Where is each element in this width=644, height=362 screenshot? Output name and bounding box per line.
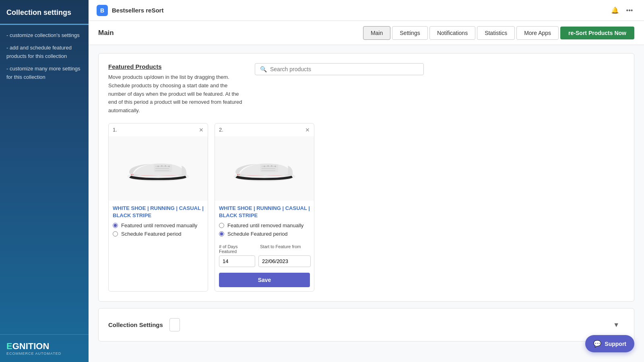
product-card-1-header: 1. ✕	[109, 123, 208, 136]
save-button[interactable]: Save	[219, 273, 310, 287]
sidebar-item-1: - customize collection's settings	[6, 31, 82, 40]
product-card-2-header: 2. ✕	[215, 123, 314, 136]
product-2-radio-1-input[interactable]	[219, 223, 224, 228]
collection-settings-row: Collection Settings ▼	[108, 318, 624, 331]
featured-description-block: Featured Products Move products up/down …	[108, 63, 245, 115]
product-1-radio-1[interactable]: Featured until removed manually	[113, 222, 204, 228]
product-2-image	[215, 136, 314, 201]
tab-main[interactable]: Main	[363, 26, 390, 40]
sidebar-content: - customize collection's settings - add …	[0, 31, 89, 334]
topbar-actions: 🔔 •••	[609, 4, 636, 17]
tab-notifications[interactable]: Notifications	[429, 26, 475, 40]
tab-settings[interactable]: Settings	[392, 26, 428, 40]
schedule-fields-labels: # of Days Featured Start to Feature from	[219, 244, 310, 254]
collection-settings-card: Collection Settings ▼	[98, 308, 634, 341]
tab-statistics[interactable]: Statistics	[477, 26, 515, 40]
support-button[interactable]: 💬 Support	[585, 335, 634, 352]
svg-point-14	[264, 166, 265, 167]
sidebar-item-2: - add and schedule featured products for…	[6, 44, 82, 61]
select-wrapper: ▼	[169, 318, 624, 331]
featured-description: Move products up/down in the list by dra…	[108, 73, 245, 115]
product-card-2: 2. ✕	[215, 123, 314, 292]
collection-select[interactable]	[169, 318, 180, 331]
svg-point-8	[168, 166, 170, 167]
product-1-radio-2-input[interactable]	[113, 231, 118, 237]
page-title: Main	[98, 29, 114, 37]
collection-settings-label: Collection Settings	[108, 321, 163, 328]
support-icon: 💬	[593, 340, 601, 348]
svg-point-5	[157, 166, 159, 167]
svg-point-6	[161, 165, 163, 167]
svg-point-17	[275, 166, 276, 167]
product-card-1: 1. ✕	[108, 123, 208, 292]
product-2-radio-2[interactable]: Schedule Featured period	[219, 231, 310, 237]
product-1-number: 1.	[113, 127, 117, 133]
bell-button[interactable]: 🔔	[609, 4, 621, 17]
svg-point-16	[271, 165, 272, 167]
search-box[interactable]: 🔍	[255, 63, 424, 75]
date-input[interactable]	[258, 255, 311, 267]
featured-title: Featured Products	[108, 63, 245, 70]
product-2-radio-2-input[interactable]	[219, 231, 224, 237]
app-icon: B	[97, 5, 108, 16]
date-label: Start to Feature from	[260, 244, 301, 254]
svg-point-7	[165, 165, 166, 167]
shoe-2-svg	[228, 148, 301, 189]
product-1-radio-1-input[interactable]	[113, 223, 118, 228]
main-area: B Bestsellers reSort 🔔 ••• Main Main Set…	[89, 0, 644, 362]
product-2-schedule-fields: # of Days Featured Start to Feature from	[215, 243, 314, 271]
featured-products-card: Featured Products Move products up/down …	[98, 53, 634, 302]
featured-header: Featured Products Move products up/down …	[108, 63, 624, 115]
logo-sub: ECOMMERCE AUTOMATED	[6, 352, 82, 356]
logo-text: EGNITION	[6, 341, 82, 352]
product-1-close-button[interactable]: ✕	[199, 127, 204, 133]
sidebar: Collection settings - customize collecti…	[0, 0, 89, 362]
resort-products-button[interactable]: re-Sort Products Now	[560, 27, 634, 39]
sidebar-footer: EGNITION ECOMMERCE AUTOMATED	[0, 334, 89, 362]
support-label: Support	[605, 341, 626, 347]
product-2-number: 2.	[219, 127, 223, 133]
product-1-radio-2[interactable]: Schedule Featured period	[113, 231, 204, 237]
days-input[interactable]	[219, 255, 255, 267]
products-grid: 1. ✕	[108, 123, 624, 292]
search-input[interactable]	[270, 66, 419, 72]
product-2-radio-1[interactable]: Featured until removed manually	[219, 222, 310, 228]
logo-e: E	[6, 341, 12, 351]
product-1-radio-group: Featured until removed manually Schedule…	[109, 222, 208, 243]
svg-point-15	[267, 165, 269, 167]
app-title: Bestsellers reSort	[112, 7, 609, 14]
tab-more-apps[interactable]: More Apps	[516, 26, 559, 40]
shoe-1-svg	[122, 148, 194, 189]
more-button[interactable]: •••	[623, 4, 636, 17]
product-2-name: WHITE SHOE | RUNNING | CASUAL | BLACK ST…	[215, 201, 314, 222]
product-1-image	[109, 136, 208, 201]
search-icon: 🔍	[260, 66, 267, 72]
sidebar-divider	[0, 24, 89, 25]
sidebar-item-3: - customize many more settings for this …	[6, 65, 82, 82]
product-1-name: WHITE SHOE | RUNNING | CASUAL | BLACK ST…	[109, 201, 208, 222]
product-2-close-button[interactable]: ✕	[305, 127, 310, 133]
product-2-radio-group: Featured until removed manually Schedule…	[215, 222, 314, 243]
content-area: Featured Products Move products up/down …	[89, 45, 644, 362]
sidebar-title: Collection settings	[0, 0, 89, 24]
topbar: B Bestsellers reSort 🔔 •••	[89, 0, 644, 21]
select-arrow-icon: ▼	[613, 321, 619, 329]
navbar: Main Main Settings Notifications Statist…	[89, 21, 644, 45]
schedule-fields-inputs	[219, 255, 310, 267]
days-label: # of Days Featured	[219, 244, 255, 254]
